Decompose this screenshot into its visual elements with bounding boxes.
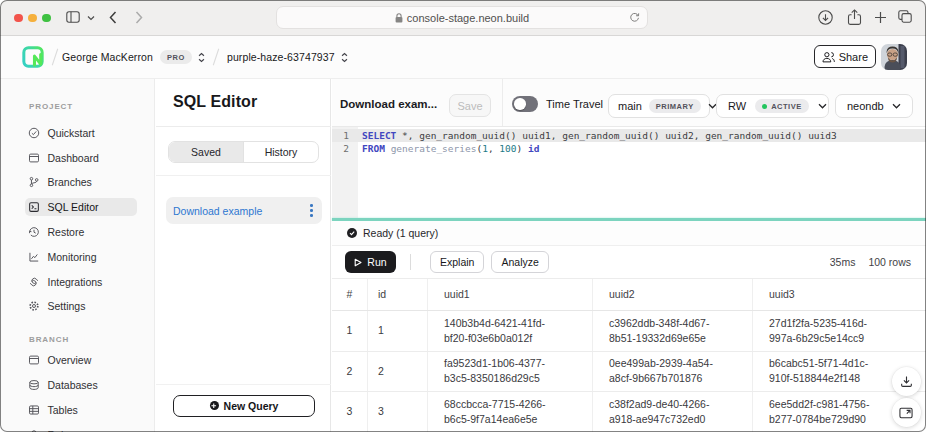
breadcrumb: George MacKerron PRO purple-haze-6374793… <box>22 36 348 78</box>
kebab-menu-icon[interactable] <box>310 204 313 217</box>
sidebar-item-restore[interactable]: Restore <box>0 220 155 245</box>
table-row[interactable]: 3 3 68ccbcca-7715-4266-b6c5-9f7a14ea6e5e… <box>332 392 926 432</box>
play-icon <box>354 258 362 267</box>
query-duration: 35ms <box>830 256 856 268</box>
forward-button[interactable] <box>135 11 143 24</box>
sidebar-chevron-icon[interactable] <box>87 15 95 21</box>
sql-editor-main: Download exam... Save Time Travel main P… <box>332 79 926 432</box>
chevron-down-icon <box>818 103 827 109</box>
query-toolbar: Download exam... Save Time Travel main P… <box>332 79 926 127</box>
ready-status-text: Ready (1 query) <box>363 227 438 239</box>
database-icon <box>28 379 40 391</box>
code-line: 2 FROM generate_series(1, 100) id <box>332 142 926 155</box>
neon-logo[interactable] <box>22 46 44 68</box>
sidebar-item-integrations[interactable]: Integrations <box>0 269 155 294</box>
breadcrumb-slash <box>211 46 221 68</box>
code-editor[interactable]: 1 SELECT *, gen_random_uuid() uuid1, gen… <box>332 127 926 218</box>
reload-icon[interactable] <box>629 11 640 23</box>
sidebar-item-overview[interactable]: Overview <box>0 348 155 373</box>
analyze-button[interactable]: Analyze <box>491 251 548 273</box>
code-line: 1 SELECT *, gen_random_uuid() uuid1, gen… <box>332 129 926 142</box>
console-header: George MacKerron PRO purple-haze-6374793… <box>0 36 926 79</box>
sidebar-item-roles[interactable]: Roles <box>0 422 155 432</box>
sidebar-item-tables[interactable]: Tables <box>0 398 155 423</box>
status-dot <box>762 104 767 109</box>
console-body: PROJECT Quickstart Dashboard Branches <box>0 79 926 432</box>
tab-overview-icon[interactable] <box>898 10 912 23</box>
org-selector-icon[interactable] <box>198 52 205 63</box>
branch-select[interactable]: main PRIMARY <box>608 94 710 118</box>
column-header-id[interactable]: id <box>368 279 428 310</box>
git-branch-icon <box>28 176 40 188</box>
table-grid-icon <box>28 404 40 416</box>
result-row-count: 100 rows <box>868 256 911 268</box>
run-button[interactable]: Run <box>345 251 396 273</box>
compute-select[interactable]: RW ACTIVE <box>716 94 829 118</box>
tab-saved[interactable]: Saved <box>169 142 244 162</box>
sql-editor-panel: SQL Editor Saved History Download exampl… <box>156 79 331 432</box>
sql-terminal-icon <box>28 201 40 213</box>
table-row[interactable]: 1 1 140b3b4d-6421-41fd-bf20-f03e6b0a012f… <box>332 311 926 352</box>
saved-query-name: Download example <box>173 205 262 217</box>
project-sidebar: PROJECT Quickstart Dashboard Branches <box>0 79 155 432</box>
sidebar-item-dashboard[interactable]: Dashboard <box>0 145 155 170</box>
time-travel-label: Time Travel <box>546 98 603 110</box>
browser-toolbar: console-stage.neon.build <box>0 0 926 36</box>
download-results-button[interactable] <box>892 367 921 396</box>
project-name[interactable]: purple-haze-63747937 <box>227 51 335 63</box>
org-name[interactable]: George MacKerron <box>62 51 153 63</box>
share-button[interactable]: Share <box>814 45 876 68</box>
database-select[interactable]: neondb <box>835 94 913 118</box>
back-button[interactable] <box>109 11 117 24</box>
sidebar-item-monitoring[interactable]: Monitoring <box>0 244 155 269</box>
table-row[interactable]: 2 2 fa9523d1-1b06-4377-b3c5-8350186d29c5… <box>332 352 926 393</box>
address-bar[interactable]: console-stage.neon.build <box>276 6 648 29</box>
breadcrumb-slash <box>50 46 60 68</box>
zoom-window-button[interactable] <box>42 14 51 23</box>
plan-badge: PRO <box>160 50 192 64</box>
save-button[interactable]: Save <box>449 94 491 117</box>
sidebar-section-branch: BRANCH <box>29 335 69 344</box>
sidebar-item-settings[interactable]: Settings <box>0 294 155 319</box>
sidebar-item-quickstart[interactable]: Quickstart <box>0 121 155 146</box>
column-header-uuid2[interactable]: uuid2 <box>593 279 753 310</box>
sidebar-item-sql-editor[interactable]: SQL Editor <box>0 195 155 220</box>
results-header-row: # id uuid1 uuid2 uuid3 <box>332 279 926 311</box>
saved-query-item[interactable]: Download example <box>166 197 322 224</box>
query-actions: Run Explain Analyze 35ms 100 rows <box>332 246 926 279</box>
primary-badge: PRIMARY <box>649 99 701 113</box>
share-label: Share <box>839 51 868 63</box>
downloads-icon[interactable] <box>818 10 833 25</box>
close-window-button[interactable] <box>14 14 23 23</box>
user-avatar[interactable] <box>881 44 907 70</box>
download-icon <box>900 375 913 388</box>
time-travel-toggle[interactable] <box>512 96 538 112</box>
sidebar-item-branches[interactable]: Branches <box>0 170 155 195</box>
sidebar-item-databases[interactable]: Databases <box>0 373 155 398</box>
minimize-window-button[interactable] <box>28 14 37 23</box>
tab-history[interactable]: History <box>244 142 318 162</box>
query-name: Download exam... <box>340 98 437 110</box>
loops-icon <box>28 276 40 288</box>
results-table: # id uuid1 uuid2 uuid3 1 1 140b3b4d-6421… <box>332 279 926 432</box>
expand-results-button[interactable] <box>892 398 921 427</box>
window-icon <box>28 354 40 366</box>
page-title: SQL Editor <box>173 93 257 111</box>
column-header-uuid1[interactable]: uuid1 <box>428 279 593 310</box>
project-selector-icon[interactable] <box>341 52 348 63</box>
sidebar-toggle-icon[interactable] <box>66 11 80 23</box>
url-text: console-stage.neon.build <box>407 12 529 24</box>
query-status-bar: Ready (1 query) <box>332 221 926 247</box>
sidebar-section-project: PROJECT <box>29 102 73 111</box>
new-tab-icon[interactable] <box>874 11 887 24</box>
share-icon[interactable] <box>847 9 862 26</box>
explain-button[interactable]: Explain <box>430 251 484 273</box>
check-circle-icon <box>28 127 40 139</box>
column-header-index[interactable]: # <box>332 279 368 310</box>
chevron-down-icon <box>892 103 901 109</box>
column-header-uuid3[interactable]: uuid3 <box>753 279 926 310</box>
active-badge: ACTIVE <box>755 99 809 113</box>
new-query-button[interactable]: New Query <box>173 395 315 417</box>
plus-circle-icon <box>210 401 219 410</box>
saved-history-tabs: Saved History <box>168 141 319 163</box>
